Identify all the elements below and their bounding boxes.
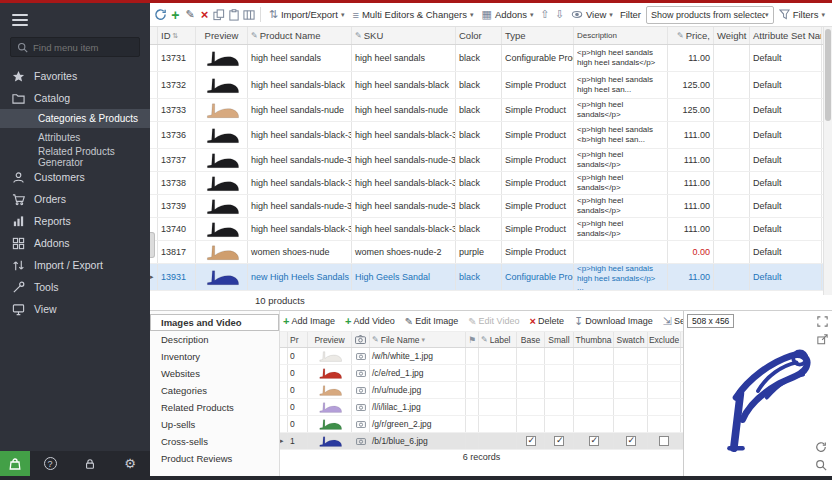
col-price[interactable]: ✎Price, xyxy=(668,27,714,44)
copy-button[interactable] xyxy=(213,6,226,23)
col-small[interactable]: Small xyxy=(545,332,574,347)
sort-asc-button[interactable]: ⇧ xyxy=(539,6,552,23)
edit-video-button[interactable]: ✎Edit Video xyxy=(468,316,519,327)
grid-scrollbar[interactable] xyxy=(823,27,832,295)
columns-button[interactable] xyxy=(242,6,255,23)
add-product-button[interactable]: + xyxy=(169,6,182,23)
table-row[interactable]: ▸ 13732 high heel sandals-black high hee… xyxy=(150,72,832,99)
add-image-button[interactable]: +Add Image xyxy=(283,315,335,327)
cell-product-name: high heel sandals xyxy=(248,45,352,71)
col-sku[interactable]: ✎SKU xyxy=(352,27,456,44)
refresh-button[interactable] xyxy=(154,6,167,23)
table-row[interactable]: ▸ 13733 high heel sandals-nude high heel… xyxy=(150,99,832,122)
rotate-refresh-icon[interactable] xyxy=(814,440,828,454)
table-row[interactable]: ▸ 13737 high heel sandals-nude-36 high h… xyxy=(150,149,832,172)
sidebar-item-catalog[interactable]: Catalog xyxy=(0,87,150,109)
tab-categories[interactable]: Categories xyxy=(150,382,279,399)
col-priority[interactable]: Pr xyxy=(288,332,308,347)
table-row[interactable]: ▸ 13731 high heel sandals high heel sand… xyxy=(150,45,832,72)
sidebar-item-favorites[interactable]: Favorites xyxy=(0,65,150,87)
thumbnail-checkbox[interactable] xyxy=(589,436,599,446)
table-row[interactable]: ▸ 13931 new High Heels Sandals High Geel… xyxy=(150,264,832,291)
multi-editors-menu[interactable]: ≡ Multi Editors & Changers▾ xyxy=(349,7,476,23)
set-resize-rule-button[interactable]: ⇲Set Resize Rule xyxy=(663,315,683,328)
small-checkbox[interactable] xyxy=(554,436,564,446)
zoom-icon[interactable] xyxy=(814,458,828,472)
scrollbar-thumb[interactable] xyxy=(825,29,831,121)
tab-images-and-video[interactable]: Images and Video xyxy=(150,314,279,331)
swatch-checkbox[interactable] xyxy=(626,436,636,446)
panel-collapse-handle[interactable] xyxy=(150,232,155,258)
edit-product-button[interactable]: ✎ xyxy=(184,6,197,23)
col-thumbnail[interactable]: Thumbna xyxy=(574,332,614,347)
view-menu[interactable]: View▾ xyxy=(568,7,616,22)
col-description[interactable]: Description xyxy=(574,27,668,44)
camera-icon xyxy=(352,348,370,364)
sidebar-item-attributes[interactable]: Attributes xyxy=(0,128,150,147)
delete-product-button[interactable]: × xyxy=(198,6,211,23)
help-icon[interactable]: ? xyxy=(30,457,70,470)
open-external-icon[interactable] xyxy=(815,332,829,346)
table-row[interactable]: ▸ 13738 high heel sandals-black-37 high … xyxy=(150,172,832,195)
tab-related-products[interactable]: Related Products xyxy=(150,399,279,416)
search-input[interactable] xyxy=(33,42,133,53)
sidebar-item-reports[interactable]: Reports xyxy=(0,210,150,232)
download-image-button[interactable]: ↧Download Image xyxy=(574,315,653,328)
sidebar-item-orders[interactable]: Orders xyxy=(0,188,150,210)
lock-icon[interactable] xyxy=(70,458,110,470)
col-preview[interactable]: Preview xyxy=(308,332,352,347)
store-icon[interactable] xyxy=(0,451,30,476)
cell-file-name: /b/1/blue_6.jpg xyxy=(370,433,466,449)
table-row[interactable]: ▸ 13740 high heel sandals-black-38 high … xyxy=(150,218,832,241)
import-export-menu[interactable]: ⇅ Import/Export▾ xyxy=(266,6,348,23)
sidebar-item-tools[interactable]: Tools xyxy=(0,276,150,298)
image-row[interactable]: ▸ 0 /g/r/green_2.jpg xyxy=(280,416,683,433)
table-row[interactable]: ▸ 13739 high heel sandals-nude-37 high h… xyxy=(150,195,832,218)
col-product-name[interactable]: ✎Product Name xyxy=(248,27,352,44)
sidebar-item-import-export[interactable]: Import / Export xyxy=(0,254,150,276)
exclude-checkbox[interactable] xyxy=(659,436,669,446)
col-id[interactable]: ID⇅ xyxy=(158,27,196,44)
gear-icon[interactable]: ⚙ xyxy=(110,456,150,471)
add-video-button[interactable]: +Add Video xyxy=(345,315,395,327)
sort-desc-button[interactable]: ⇩ xyxy=(553,6,566,23)
addons-menu[interactable]: ▦ Addons▾ xyxy=(478,6,536,23)
col-weight[interactable]: Weight xyxy=(714,27,750,44)
col-color[interactable]: Color xyxy=(456,27,502,44)
fullscreen-icon[interactable] xyxy=(815,314,829,328)
paste-button[interactable] xyxy=(228,6,241,23)
image-row[interactable]: ▸ 0 /w/h/white_1.jpg xyxy=(280,348,683,365)
col-file-name[interactable]: ✎File Name▾ xyxy=(370,332,466,347)
col-label[interactable]: ✎Label xyxy=(479,332,517,347)
col-base[interactable]: Base xyxy=(517,332,545,347)
image-row[interactable]: ▸ 0 /n/u/nude.jpg xyxy=(280,382,683,399)
sidebar-item-customers[interactable]: Customers xyxy=(0,166,150,188)
filter-select[interactable]: Show products from selected categories▾ xyxy=(646,6,774,24)
base-checkbox[interactable] xyxy=(526,436,536,446)
col-swatch[interactable]: Swatch xyxy=(614,332,648,347)
col-exclude[interactable]: Exclude xyxy=(648,332,681,347)
col-preview[interactable]: Preview xyxy=(196,27,248,44)
tab-description[interactable]: Description xyxy=(150,331,279,348)
tab-product-reviews[interactable]: Product Reviews xyxy=(150,450,279,467)
sidebar-search[interactable] xyxy=(10,37,140,57)
hamburger-menu-icon[interactable] xyxy=(0,3,150,33)
image-row[interactable]: ▸ 0 /l/i/lilac_1.jpg xyxy=(280,399,683,416)
col-type[interactable]: Type xyxy=(502,27,574,44)
col-attribute-set[interactable]: Attribute Set Name xyxy=(750,27,822,44)
table-row[interactable]: ▸ 13736 high heel sandals-black-36 high … xyxy=(150,122,832,149)
sidebar-item-view[interactable]: View xyxy=(0,298,150,320)
sidebar-item-related-products-generator[interactable]: Related Products Generator xyxy=(0,147,150,166)
tab-up-sells[interactable]: Up-sells xyxy=(150,416,279,433)
sidebar-item-categories-products[interactable]: Categories & Products xyxy=(0,109,150,128)
image-row[interactable]: ▸ 1 /b/1/blue_6.jpg xyxy=(280,433,683,450)
filters-menu[interactable]: Filters▾ xyxy=(776,7,828,22)
tab-websites[interactable]: Websites xyxy=(150,365,279,382)
tab-inventory[interactable]: Inventory xyxy=(150,348,279,365)
tab-cross-sells[interactable]: Cross-sells xyxy=(150,433,279,450)
edit-image-button[interactable]: ✎Edit Image xyxy=(405,316,458,327)
table-row[interactable]: ▸ 13817 women shoes-nude women shoes-nud… xyxy=(150,241,832,264)
delete-image-button[interactable]: ×Delete xyxy=(529,315,563,327)
sidebar-item-addons[interactable]: Addons xyxy=(0,232,150,254)
image-row[interactable]: ▸ 0 /c/e/red_1.jpg xyxy=(280,365,683,382)
